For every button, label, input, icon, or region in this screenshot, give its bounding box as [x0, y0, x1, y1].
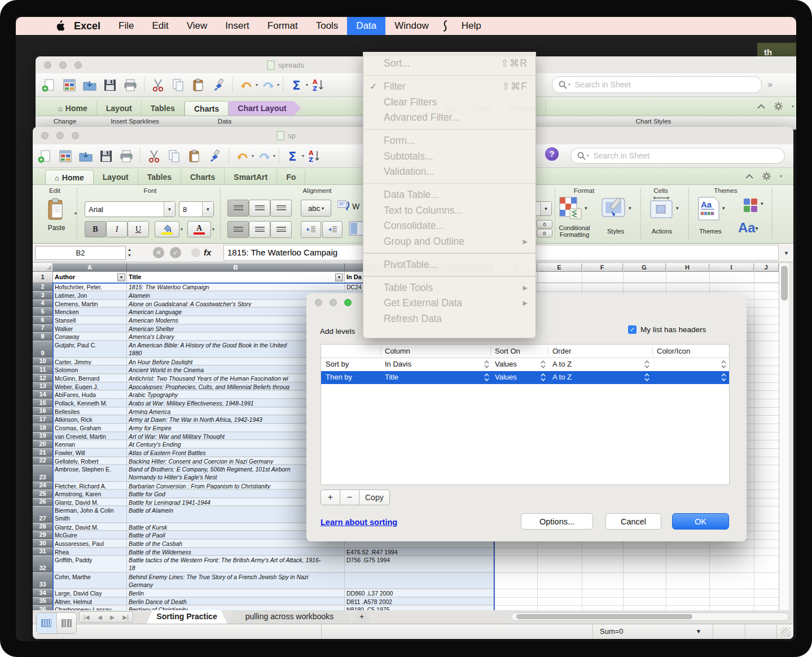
row-number[interactable]: 14 — [33, 391, 53, 399]
name-box[interactable]: B2 — [35, 246, 126, 260]
minimize-button[interactable] — [59, 61, 67, 69]
menu-tools[interactable]: Tools — [307, 17, 348, 35]
align-left-button[interactable] — [227, 221, 249, 238]
theme-colors-dropdown-icon[interactable]: ▾ — [761, 201, 763, 206]
stepper-icon[interactable] — [644, 360, 650, 369]
menu-item-clear-filters[interactable]: Clear Filters — [363, 95, 536, 111]
cell-title[interactable]: Berlin Dance of Death — [127, 598, 345, 605]
menu-format[interactable]: Format — [258, 17, 307, 35]
stepper-icon[interactable] — [721, 373, 727, 382]
order-select[interactable]: A to Z — [552, 360, 572, 368]
zoom-button[interactable] — [74, 61, 82, 69]
last-sheet-icon[interactable]: ▶| — [122, 614, 128, 620]
next-sheet-icon[interactable]: ▶ — [110, 614, 115, 620]
tab-tables[interactable]: Tables — [142, 101, 185, 116]
row-number[interactable]: 31 — [33, 548, 53, 555]
cell-call-number[interactable]: D756 .G75 1994 — [345, 556, 494, 572]
themes-button[interactable]: Aa — [697, 196, 722, 222]
gear-icon[interactable] — [762, 172, 771, 180]
font-name-select[interactable]: Arial▼ — [85, 201, 175, 217]
undo-dropdown-icon[interactable]: ▾ — [252, 153, 254, 158]
increase-decimal-button[interactable]: 0 — [537, 220, 552, 228]
tab-chart-layout[interactable]: Chart Layout — [229, 101, 301, 116]
menu-view[interactable]: View — [178, 17, 217, 35]
row-number[interactable]: 25 — [33, 490, 53, 498]
paste-button[interactable]: Paste — [41, 197, 72, 232]
stepper-icon[interactable] — [540, 373, 546, 382]
fill-color-dropdown-icon[interactable]: ▾ — [181, 227, 183, 232]
cell-call-number[interactable] — [345, 573, 494, 589]
new-document-icon[interactable] — [41, 77, 58, 94]
sort-level-row[interactable]: Then byTitleValuesA to Z — [321, 371, 729, 384]
cell-author[interactable]: Bellesiles — [53, 408, 127, 415]
styles-button[interactable] — [601, 196, 628, 221]
status-sum-dropdown-icon[interactable]: ▼ — [696, 628, 701, 634]
autosum-icon[interactable]: Σ — [284, 148, 301, 165]
row-number[interactable]: 8 — [33, 333, 53, 341]
cell-title[interactable]: Battle of the Wilderness — [127, 548, 345, 555]
format-painter-icon[interactable] — [210, 77, 227, 94]
scrollbar-thumb[interactable] — [516, 614, 692, 619]
row-number[interactable]: 20 — [33, 440, 53, 448]
row-number[interactable]: 22 — [33, 457, 53, 465]
cell-call-number[interactable]: N8180 .C5 1975 — [345, 606, 494, 610]
copy-icon[interactable] — [170, 77, 187, 94]
open-icon[interactable] — [77, 148, 94, 165]
cell-title[interactable]: 1815: The Waterloo Campaign — [127, 283, 345, 291]
row-number[interactable]: 12 — [33, 374, 53, 382]
redo-icon[interactable] — [256, 148, 273, 165]
tab-charts[interactable]: Charts — [181, 170, 225, 184]
themes-dropdown-icon[interactable]: ▾ — [722, 205, 725, 211]
row-number[interactable]: 17 — [33, 416, 53, 424]
undo-icon[interactable] — [238, 77, 255, 94]
paste-icon[interactable] — [186, 148, 203, 165]
search-in-sheet-field[interactable]: ▾ Search in Sheet — [552, 76, 762, 93]
close-button[interactable] — [315, 299, 322, 306]
cell-author[interactable]: Charbonneau-Lassay, Louis — [53, 606, 127, 610]
align-center-button[interactable] — [249, 221, 270, 238]
align-right-button[interactable] — [270, 221, 292, 238]
cell-author[interactable]: Cosmas, Graham — [53, 424, 127, 432]
vertical-scrollbar[interactable] — [779, 263, 789, 610]
cell-author[interactable]: Stansell — [53, 316, 127, 324]
actions-dropdown-icon[interactable]: ▾ — [676, 205, 679, 211]
redo-dropdown-icon[interactable]: ▾ — [277, 82, 279, 87]
options-button[interactable]: Options... — [521, 513, 593, 530]
increase-indent-button[interactable] — [322, 221, 343, 238]
cell-author[interactable]: AbiFares, Huda — [53, 391, 127, 399]
menu-help[interactable]: Help — [453, 17, 490, 35]
font-size-select[interactable]: 8▼ — [179, 201, 214, 217]
row-number[interactable]: 11 — [33, 366, 53, 374]
cell-author[interactable]: Fowler, Will — [53, 449, 127, 457]
ok-button[interactable]: OK — [672, 513, 729, 530]
cell-author[interactable]: Solomon — [53, 366, 127, 374]
tab-fo[interactable]: Fo — [277, 170, 305, 184]
checkbox-checked-icon[interactable]: ✓ — [628, 325, 637, 334]
cell-author[interactable]: Conaway — [53, 333, 127, 341]
save-icon[interactable] — [102, 77, 118, 94]
row-number[interactable]: 28 — [33, 523, 53, 531]
cell-author[interactable]: Atkinson, Rick — [53, 416, 127, 424]
stepper-icon[interactable] — [540, 360, 546, 369]
menu-item-group-and-outline[interactable]: Group and Outline▶ — [363, 234, 536, 250]
filter-button[interactable]: ▼ — [335, 274, 343, 281]
row-number[interactable]: 29 — [33, 531, 53, 539]
menu-item-consolidate[interactable]: Consolidate... — [363, 218, 536, 234]
header-author[interactable]: Author▼ — [53, 272, 127, 283]
stepper-icon[interactable] — [484, 360, 490, 369]
fill-color-button[interactable] — [155, 221, 179, 237]
row-number[interactable]: 16 — [33, 408, 53, 415]
collapse-ribbon-icon[interactable] — [757, 104, 765, 109]
formula-bar-dropdown-icon[interactable]: ▼ — [784, 250, 789, 256]
menu-item-form[interactable]: Form... — [363, 133, 536, 149]
column-header-j[interactable]: J — [754, 263, 779, 272]
row-number[interactable]: 18 — [33, 424, 53, 432]
menu-data[interactable]: Data — [347, 17, 385, 35]
orientation-button[interactable]: abc▾ — [301, 200, 331, 217]
undo-dropdown-icon[interactable]: ▾ — [256, 82, 258, 87]
my-list-has-headers-checkbox[interactable]: ✓ My list has headers — [628, 325, 706, 334]
stepper-icon[interactable] — [644, 373, 650, 382]
cell-author[interactable]: Glantz, David M. — [53, 499, 127, 506]
row-number[interactable]: 5 — [33, 308, 53, 316]
formula-builder-icon[interactable] — [191, 248, 200, 257]
